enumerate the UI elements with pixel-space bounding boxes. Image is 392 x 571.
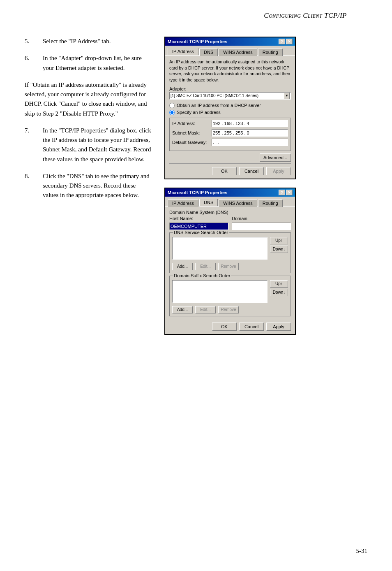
domain-suffix-content: Up↑ Down↓: [172, 278, 288, 304]
page-header: Configuring Client TCP/IP: [21, 0, 371, 24]
dialog-1-btn-row: OK Cancel Apply: [169, 167, 291, 175]
ok-button-1[interactable]: OK: [212, 167, 237, 175]
help-button[interactable]: ?: [279, 39, 285, 44]
right-column: Microsoft TCP/IP Properties ? ✕ IP Addre…: [164, 37, 371, 335]
dns-search-order-group: DNS Service Search Order Up↑ Down↓ Add..…: [169, 232, 291, 273]
step-6: 6. In the "Adapter" drop-down list, be s…: [25, 53, 152, 73]
radio-specify-input[interactable]: [169, 110, 175, 115]
tab-ip-address-2[interactable]: IP Address: [168, 200, 198, 207]
dhcp-paragraph: If "Obtain an IP address automatically" …: [25, 80, 152, 118]
adapter-value: [1] SMC EZ Card 10/100 PCI (SMC1211 Seri…: [171, 93, 258, 98]
dialog-2-body: Domain Name System (DNS) Host Name: OEMC…: [165, 206, 295, 334]
dns-down-button[interactable]: Down↓: [270, 246, 288, 253]
ok-button-2[interactable]: OK: [212, 323, 237, 331]
domain-edit-button[interactable]: Edit...: [195, 306, 216, 313]
dns-remove-button[interactable]: Remove: [218, 263, 239, 270]
domain-up-button[interactable]: Up↑: [270, 280, 288, 288]
domain-suffix-list[interactable]: [172, 280, 267, 303]
step-8-text: Click the "DNS" tab to see the primary a…: [43, 172, 152, 200]
gateway-row: Default Gateway: . . .: [172, 139, 288, 146]
host-name-input[interactable]: OEMCOMPUTER: [169, 223, 228, 230]
subnet-label: Subnet Mask:: [172, 130, 209, 135]
step-6-text: In the "Adapter" drop-down list, be sure…: [43, 53, 152, 73]
cancel-button-1[interactable]: Cancel: [239, 167, 264, 175]
adapter-label: Adapter:: [169, 86, 291, 91]
dns-action-buttons: Add... Edit... Remove: [172, 263, 288, 270]
page-footer: 5-31: [356, 548, 368, 555]
dns-add-button[interactable]: Add...: [172, 263, 193, 270]
left-column: 5. Select the "IP Address" tab. 6. In th…: [25, 37, 152, 335]
main-content: 5. Select the "IP Address" tab. 6. In th…: [0, 24, 392, 335]
step-5-num: 5.: [25, 37, 36, 46]
ip-group-box: IP Address: 192 . 168 . 123 . 4 Subnet M…: [169, 118, 291, 151]
host-name-label: Host Name:: [169, 216, 228, 221]
apply-button-1[interactable]: Apply: [266, 167, 291, 175]
domain-action-buttons: Add... Edit... Remove: [172, 306, 288, 313]
domain-suffix-group: Domain Suffix Search Order Up↑ Down↓ Add…: [169, 276, 291, 316]
cancel-button-2[interactable]: Cancel: [239, 323, 264, 331]
page-number: 5-31: [356, 548, 368, 554]
domain-input[interactable]: [232, 223, 291, 230]
radio-dhcp: Obtain an IP address from a DHCP server: [169, 103, 291, 108]
step-5-text: Select the "IP Address" tab.: [43, 37, 152, 46]
domain-add-button[interactable]: Add...: [172, 306, 193, 313]
dialog-1-titlebar: Microsoft TCP/IP Properties ? ✕: [165, 37, 295, 46]
radio-specify: Specify an IP address: [169, 110, 291, 115]
step-6-num: 6.: [25, 53, 36, 63]
domain-down-button[interactable]: Down↓: [270, 289, 288, 296]
step-7: 7. In the "TCP/IP Properties" dialog box…: [25, 126, 152, 164]
dns-updown-col: Up↑ Down↓: [270, 237, 288, 261]
domain-suffix-label: Domain Suffix Search Order: [173, 273, 231, 278]
dns-section-label: Domain Name System (DNS): [169, 210, 291, 215]
dropdown-arrow-icon[interactable]: ▼: [284, 93, 290, 99]
advanced-button[interactable]: Advanced...: [260, 153, 291, 162]
close-button[interactable]: ✕: [286, 39, 293, 44]
dns-edit-button[interactable]: Edit...: [195, 263, 216, 270]
step-7-text: In the "TCP/IP Properties" dialog box, c…: [43, 126, 152, 164]
header-title: Configuring Client TCP/IP: [264, 12, 347, 19]
gateway-label: Default Gateway:: [172, 140, 209, 145]
tab-dns-2[interactable]: DNS: [199, 199, 218, 206]
dialog-2: Microsoft TCP/IP Properties ? ✕ IP Addre…: [164, 188, 296, 335]
dialog-2-title: Microsoft TCP/IP Properties: [168, 190, 227, 195]
tab-wins-address[interactable]: WINS Address: [219, 49, 257, 56]
radio-group: Obtain an IP address from a DHCP server …: [169, 103, 291, 115]
step-5: 5. Select the "IP Address" tab.: [25, 37, 152, 46]
tab-wins-address-2[interactable]: WINS Address: [219, 200, 257, 207]
close-button-2[interactable]: ✕: [286, 190, 293, 195]
dialog-2-btn-row: OK Cancel Apply: [169, 323, 291, 331]
dns-up-button[interactable]: Up↑: [270, 237, 288, 244]
step-8-num: 8.: [25, 172, 36, 181]
dialog-2-tabs: IP Address DNS WINS Address Routing: [165, 197, 295, 206]
apply-button-2[interactable]: Apply: [266, 323, 291, 331]
ip-address-label: IP Address:: [172, 121, 209, 126]
radio-dhcp-label: Obtain an IP address from a DHCP server: [177, 103, 261, 108]
info-text: An IP address can be automatically assig…: [169, 59, 291, 83]
dns-fields-row: Host Name: OEMCOMPUTER Domain:: [169, 216, 291, 230]
subnet-input[interactable]: 255 . 255 . 255 . 0: [212, 129, 288, 137]
dns-list-box[interactable]: [172, 237, 267, 260]
dns-search-order-label: DNS Service Search Order: [173, 230, 229, 235]
step-8: 8. Click the "DNS" tab to see the primar…: [25, 172, 152, 200]
domain-remove-button[interactable]: Remove: [218, 306, 239, 313]
radio-dhcp-input[interactable]: [169, 103, 175, 108]
domain-label: Domain:: [232, 216, 291, 221]
help-button-2[interactable]: ?: [279, 190, 285, 195]
dialog-1-body: An IP address can be automatically assig…: [165, 55, 295, 179]
dialog-2-titlebar: Microsoft TCP/IP Properties ? ✕: [165, 188, 295, 197]
dialog-1: Microsoft TCP/IP Properties ? ✕ IP Addre…: [164, 37, 296, 179]
domain-updown-col: Up↑ Down↓: [270, 280, 288, 304]
ip-address-input[interactable]: 192 . 168 . 123 . 4: [212, 120, 288, 127]
radio-specify-label: Specify an IP address: [177, 110, 221, 115]
adapter-dropdown[interactable]: [1] SMC EZ Card 10/100 PCI (SMC1211 Seri…: [169, 92, 291, 100]
titlebar-buttons: ? ✕: [279, 39, 293, 44]
dialog-1-title: Microsoft TCP/IP Properties: [168, 39, 227, 44]
step-7-num: 7.: [25, 126, 36, 135]
tab-ip-address[interactable]: IP Address: [168, 48, 198, 55]
tab-dns[interactable]: DNS: [199, 49, 218, 56]
gateway-input[interactable]: . . .: [212, 139, 288, 146]
tab-routing-2[interactable]: Routing: [258, 200, 283, 207]
ip-address-row: IP Address: 192 . 168 . 123 . 4: [172, 120, 288, 127]
tab-routing[interactable]: Routing: [258, 49, 283, 56]
subnet-row: Subnet Mask: 255 . 255 . 255 . 0: [172, 129, 288, 137]
